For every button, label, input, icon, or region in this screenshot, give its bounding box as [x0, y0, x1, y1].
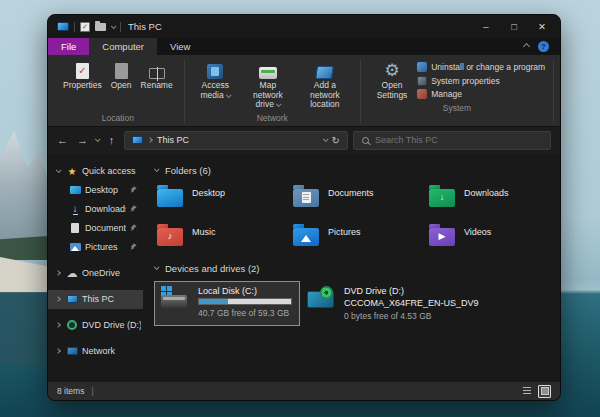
search-input[interactable]: [375, 135, 542, 145]
download-icon: ↓: [73, 204, 78, 215]
navigation-pane: ★ Quick access Desktop ↓ Downloads Docum…: [48, 154, 143, 382]
system-properties-button[interactable]: System properties: [417, 76, 545, 86]
group-label-network: Network: [187, 111, 358, 126]
music-folder-icon: ♪: [157, 228, 183, 246]
manage-button[interactable]: Manage: [417, 89, 545, 99]
pin-icon: [130, 204, 141, 214]
sidebar-item-quick-access[interactable]: ★ Quick access: [48, 162, 143, 181]
map-network-drive-button[interactable]: Map network drive: [240, 59, 296, 111]
folders-section-header[interactable]: Folders (6): [154, 165, 552, 176]
tab-view[interactable]: View: [157, 38, 203, 55]
manage-icon: [417, 89, 427, 99]
open-button[interactable]: Open: [107, 59, 136, 92]
this-pc-icon: [57, 22, 69, 31]
sidebar-item-onedrive[interactable]: ☁ OneDrive: [48, 264, 143, 283]
large-icons-view-button[interactable]: [538, 385, 551, 398]
sidebar-item-downloads[interactable]: ↓ Downloads: [48, 200, 143, 219]
view-toggles: [520, 385, 551, 398]
help-icon[interactable]: ?: [538, 41, 549, 52]
folders-grid: Desktop Documents ↓ Downloads ♪ Music Pi…: [154, 184, 552, 253]
uninstall-program-button[interactable]: Uninstall or change a program: [417, 62, 545, 72]
documents-folder-icon: [293, 189, 319, 207]
access-media-icon: [207, 60, 223, 79]
collapse-icon[interactable]: [154, 265, 160, 271]
document-icon: [71, 223, 79, 233]
drive-tile-local-disk-c[interactable]: Local Disk (C:) 40.7 GB free of 59.3 GB: [154, 281, 300, 326]
sidebar-item-desktop[interactable]: Desktop: [48, 181, 143, 200]
collapse-icon[interactable]: [154, 167, 160, 173]
refresh-icon[interactable]: ↻: [332, 135, 340, 146]
folder-tile-pictures[interactable]: Pictures: [290, 223, 426, 253]
expander-icon[interactable]: [55, 270, 61, 276]
qat-new-folder-icon[interactable]: [95, 23, 106, 31]
forward-button[interactable]: →: [75, 135, 90, 146]
details-view-button[interactable]: [520, 385, 533, 398]
sidebar-item-pictures[interactable]: Pictures: [48, 238, 143, 257]
sidebar-item-network[interactable]: Network: [48, 342, 143, 361]
rename-button[interactable]: Rename: [137, 59, 177, 92]
devices-section-header[interactable]: Devices and drives (2): [154, 263, 552, 274]
this-pc-icon: [132, 136, 143, 144]
up-button[interactable]: ↑: [104, 135, 119, 146]
maximize-button[interactable]: □: [500, 15, 528, 38]
pin-icon: [130, 223, 141, 233]
ribbon: ✓ Properties Open Rename Location Ac: [48, 55, 560, 127]
access-media-button[interactable]: Access media: [192, 59, 239, 101]
disk-usage-fill: [199, 299, 228, 304]
file-list-pane: Folders (6) Desktop Documents ↓ Download…: [143, 154, 560, 382]
back-button[interactable]: ←: [55, 135, 70, 146]
folder-tile-desktop[interactable]: Desktop: [154, 184, 290, 214]
network-icon: [67, 347, 78, 355]
breadcrumb[interactable]: This PC: [157, 135, 189, 145]
window-controls: – □ ✕: [472, 15, 556, 38]
drive-tile-dvd-d[interactable]: DVD Drive (D:) CCCOMA_X64FRE_EN-US_DV9 0…: [300, 281, 552, 326]
videos-folder-icon: ▶: [429, 228, 455, 246]
sidebar-item-dvd-drive[interactable]: DVD Drive (D:) CCCC: [48, 316, 143, 335]
close-button[interactable]: ✕: [528, 15, 556, 38]
breadcrumb-chevron-icon: [147, 137, 153, 143]
expander-icon[interactable]: [55, 168, 61, 174]
open-settings-button[interactable]: ⚙ Open Settings: [369, 59, 415, 101]
cloud-icon: ☁: [66, 267, 78, 280]
hard-drive-icon: [160, 286, 190, 309]
properties-button[interactable]: ✓ Properties: [59, 59, 106, 92]
qat-properties-icon[interactable]: ✓: [80, 22, 90, 32]
qat-dropdown-icon[interactable]: [111, 23, 117, 29]
folder-tile-videos[interactable]: ▶ Videos: [426, 223, 560, 253]
desktop-folder-icon: [157, 189, 183, 207]
folder-tile-downloads[interactable]: ↓ Downloads: [426, 184, 560, 214]
group-label-location: Location: [54, 111, 182, 126]
ribbon-tab-bar: File Computer View ?: [48, 38, 560, 55]
sidebar-item-documents[interactable]: Documents: [48, 219, 143, 238]
ribbon-group-system: ⚙ Open Settings Uninstall or change a pr…: [363, 57, 551, 126]
map-network-drive-icon: [259, 60, 277, 79]
expander-icon[interactable]: [55, 322, 61, 328]
this-pc-icon: [67, 295, 78, 303]
recent-locations-icon[interactable]: [95, 137, 101, 143]
tab-file[interactable]: File: [48, 38, 89, 55]
dvd-icon: [67, 320, 77, 330]
add-network-location-button[interactable]: Add a network location: [297, 59, 353, 111]
rename-icon: [149, 60, 165, 79]
disk-usage-bar: [198, 298, 292, 305]
expander-icon[interactable]: [55, 348, 61, 354]
search-box[interactable]: [353, 131, 551, 150]
item-count: 8 items: [57, 386, 84, 396]
sidebar-item-this-pc[interactable]: This PC: [48, 290, 143, 309]
star-icon: ★: [66, 166, 78, 177]
thumbnail-view-icon: [541, 387, 549, 395]
picture-icon: [70, 243, 81, 251]
add-network-location-icon: [316, 60, 333, 79]
desktop-icon: [70, 186, 81, 194]
window-body: ★ Quick access Desktop ↓ Downloads Docum…: [48, 154, 560, 382]
expander-icon[interactable]: [55, 296, 61, 302]
divider: [553, 60, 554, 123]
address-dropdown-icon[interactable]: [322, 137, 328, 143]
address-bar[interactable]: This PC ↻: [124, 131, 348, 150]
tab-computer[interactable]: Computer: [89, 38, 157, 55]
divider: [360, 60, 361, 123]
minimize-button[interactable]: –: [472, 15, 500, 38]
ribbon-collapse-icon[interactable]: [523, 43, 530, 50]
folder-tile-documents[interactable]: Documents: [290, 184, 426, 214]
folder-tile-music[interactable]: ♪ Music: [154, 223, 290, 253]
